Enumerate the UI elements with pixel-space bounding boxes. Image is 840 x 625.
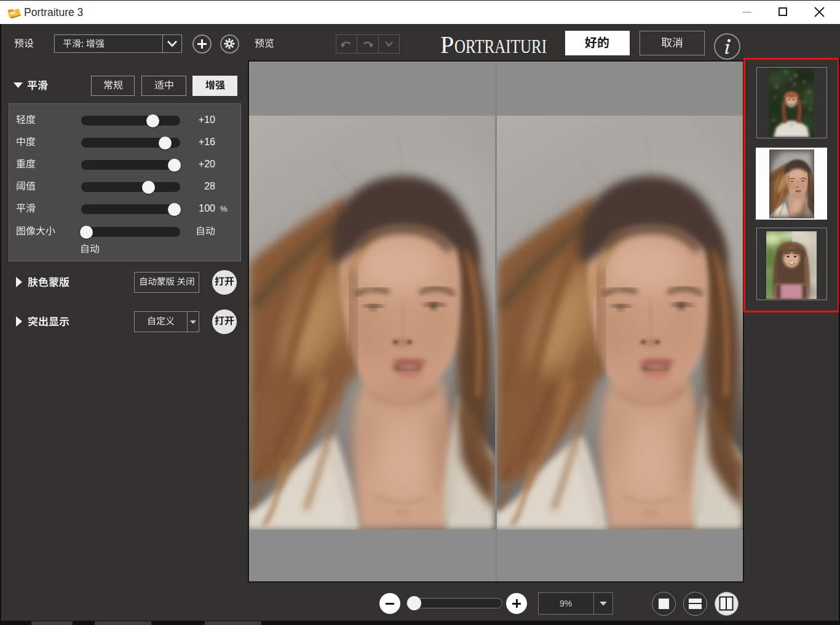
svg-text:P: P xyxy=(440,31,454,57)
svg-text:ORTRAITURI: ORTRAITURI xyxy=(454,36,547,57)
